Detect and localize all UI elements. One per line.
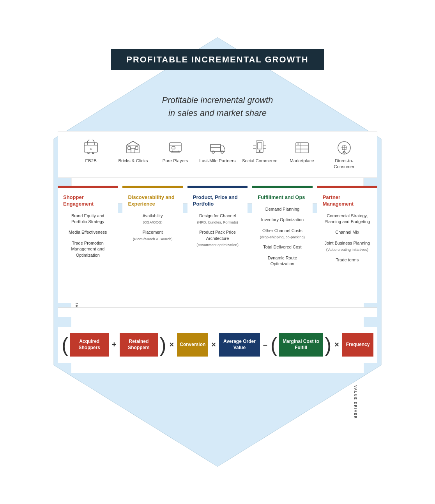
- fo-item4: Total Delivered Cost: [258, 244, 307, 250]
- vd-op-times3: ×: [333, 340, 341, 349]
- channel-bricks-clicks: Bricks & Clicks: [113, 139, 152, 164]
- content-area: PROFITABLE INCREMENTAL GROWTH Profitable…: [42, 26, 393, 478]
- ambition-line2: in sales and market share: [124, 106, 311, 119]
- pm-item4: Trade terms: [323, 257, 372, 263]
- social-commerce-label: Social Commerce: [242, 158, 278, 164]
- last-mile-icon: [208, 139, 227, 155]
- marketplace-icon: ≡: [292, 139, 312, 155]
- vd-frequency: Frequency: [342, 333, 373, 357]
- fo-item5: Dynamic Route Optimization: [258, 255, 307, 267]
- channel-d2c: Direct-to-Consumer: [325, 139, 364, 170]
- pillar-fulfillment: Fulfillment and Ops Demand Planning Inve…: [252, 186, 312, 303]
- channel-marketplace: ≡ Marketplace: [283, 139, 322, 164]
- main-title: PROFITABLE INCREMENTAL GROWTH: [126, 55, 308, 64]
- vd-avg-order-value: Average Order Value: [219, 333, 260, 357]
- hex-container: PROFITABLE INCREMENTAL GROWTH Profitable…: [42, 26, 393, 478]
- vd-marginal-cost: Marginal Cost to Fulfill: [279, 333, 323, 357]
- svg-text:$: $: [90, 147, 92, 151]
- separator-bar: [58, 307, 377, 317]
- disc-item2: Placement(PicoS/Merch & Search): [128, 229, 177, 241]
- partner-management-title: Partner Management: [323, 194, 372, 208]
- channel-pure-players: Pure Players: [156, 139, 195, 164]
- bracket-right-close: ): [325, 335, 331, 355]
- bracket-right-open: (: [271, 335, 277, 355]
- discoverability-title: Discoverability and Experience: [128, 194, 177, 208]
- svg-point-24: [343, 152, 345, 153]
- shopper-engagement-title: ShopperEngagement: [63, 194, 112, 208]
- channel-social-commerce: Social Commerce: [240, 139, 279, 164]
- channels-grid: $ EB2B Bricks & Clicks: [70, 139, 365, 170]
- vd-acquired-shoppers: Acquired Shoppers: [70, 333, 109, 357]
- se-item3: Trade Promotion Management and Optimizat…: [63, 240, 112, 258]
- svg-rect-10: [128, 147, 131, 149]
- channels-section: $ EB2B Bricks & Clicks: [58, 131, 377, 178]
- ambition-section: Profitable incremental growth in sales a…: [124, 94, 311, 119]
- svg-rect-13: [172, 147, 175, 149]
- pillar-partner-management: Partner Management Commercial Strategy, …: [317, 186, 377, 303]
- vd-op-times1: ×: [168, 340, 176, 349]
- svg-point-6: [92, 152, 94, 154]
- pp-item1: Design for Channel(NPD, bundles, Formats…: [193, 213, 242, 225]
- ambition-line1: Profitable incremental growth: [124, 94, 311, 106]
- channel-eb2b: $ EB2B: [71, 139, 110, 164]
- svg-rect-8: [127, 145, 139, 153]
- vd-op-minus: –: [262, 340, 269, 349]
- pp-item2: Product Pack Price Architecture(Assortme…: [193, 229, 242, 247]
- svg-rect-18: [257, 143, 262, 149]
- fo-item2: Inventory Optimization: [258, 217, 307, 223]
- disc-item1: Availability(OSA/OOS): [128, 213, 177, 225]
- pillar-product-price: Product, Price and Portfolio Design for …: [187, 186, 248, 303]
- pm-item3: Joint Business Planning(Value creating i…: [323, 240, 372, 252]
- d2c-icon: [334, 139, 354, 155]
- eb2b-icon: $: [81, 139, 101, 155]
- pm-item1: Commercial Strategy, Planning and Budget…: [323, 213, 372, 225]
- value-drivers-section: ( Acquired Shoppers + Retained Shoppers …: [58, 327, 377, 363]
- svg-rect-9: [131, 148, 135, 153]
- bracket-left-close: ): [159, 335, 166, 355]
- svg-rect-12: [170, 143, 181, 151]
- pm-item2: Channel Mix: [323, 229, 372, 235]
- page-wrapper: PROFITABLE INCREMENTAL GROWTH Profitable…: [0, 0, 435, 504]
- vd-op-times2: ×: [210, 340, 218, 349]
- svg-point-5: [88, 152, 89, 154]
- channel-last-mile: Last-Mile Partners: [198, 139, 237, 164]
- product-price-title: Product, Price and Portfolio: [193, 194, 242, 208]
- pillar-discoverability: Discoverability and Experience Availabil…: [122, 186, 182, 303]
- eb2b-label: EB2B: [85, 158, 96, 164]
- svg-rect-11: [135, 147, 138, 149]
- vd-conversion: Conversion: [177, 333, 208, 357]
- se-item1: Brand Equity and Portfolio Strategy: [63, 213, 112, 225]
- pure-players-icon: [166, 139, 185, 155]
- fo-item1: Demand Planning: [258, 206, 307, 212]
- d2c-label: Direct-to-Consumer: [325, 158, 364, 170]
- bricks-clicks-label: Bricks & Clicks: [118, 158, 148, 164]
- pillars-section: ShopperEngagement Brand Equity and Portf…: [58, 186, 377, 303]
- pillar-shopper-engagement: ShopperEngagement Brand Equity and Portf…: [58, 186, 118, 303]
- svg-rect-14: [210, 144, 221, 151]
- title-banner: PROFITABLE INCREMENTAL GROWTH: [111, 49, 324, 70]
- svg-text:≡: ≡: [297, 143, 299, 145]
- fo-item3: Other Channel Costs(drop-shipping, co-pa…: [258, 228, 307, 240]
- se-item2: Media Effectiveness: [63, 229, 112, 235]
- bricks-clicks-icon: [123, 139, 143, 155]
- marketplace-label: Marketplace: [290, 158, 314, 164]
- bracket-left-open: (: [62, 335, 68, 355]
- vd-op-plus: +: [110, 340, 118, 349]
- svg-point-19: [259, 151, 260, 152]
- vd-retained-shoppers: Retained Shoppers: [120, 333, 158, 357]
- pure-players-label: Pure Players: [163, 158, 188, 164]
- social-commerce-icon: [250, 139, 269, 155]
- fulfillment-title: Fulfillment and Ops: [258, 194, 307, 201]
- last-mile-label: Last-Mile Partners: [199, 158, 235, 164]
